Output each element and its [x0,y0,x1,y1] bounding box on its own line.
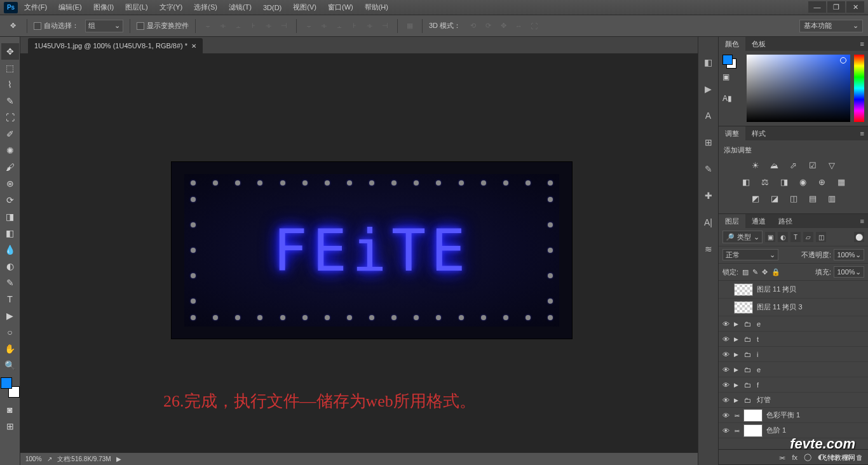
expand-arrow-icon[interactable]: ▶ [734,321,740,327]
pen-tool[interactable]: ✎ [1,274,19,291]
photo-filter-icon[interactable]: ◉ [797,175,810,188]
status-arrow-icon[interactable]: ▶ [116,455,121,462]
threshold-icon[interactable]: ◫ [787,192,800,205]
quick-select-tool[interactable]: ✎ [1,93,19,109]
color-text-mode-icon[interactable]: A▮ [722,94,743,103]
dist-left-icon[interactable]: ⊦ [349,20,360,32]
add-mask-icon[interactable]: ◯ [804,453,811,461]
levels-icon[interactable]: ⛰ [768,159,781,172]
hue-slider[interactable] [854,55,864,122]
panel-menu-icon[interactable]: ≡ [857,40,868,48]
menu-3d[interactable]: 3D(D) [263,4,281,11]
new-layer-icon[interactable]: ⊞ [844,453,850,461]
dist-right-icon[interactable]: ⊣ [379,20,391,32]
layer-row[interactable]: 图层 11 拷贝 3 [719,299,868,316]
adjustments-tab[interactable]: 调整 [719,126,745,140]
shape-tool[interactable]: ○ [1,324,19,340]
panel-menu-icon[interactable]: ≡ [857,217,868,225]
delete-layer-icon[interactable]: 🗑 [856,454,863,461]
expand-arrow-icon[interactable]: ▶ [734,336,740,342]
brightness-icon[interactable]: ☀ [749,159,762,172]
window-close[interactable]: ✕ [846,1,864,13]
color-field[interactable] [747,55,850,122]
align-top-icon[interactable]: ⫟ [202,20,214,32]
dist-top-icon[interactable]: ⫟ [303,20,315,32]
channels-tab[interactable]: 通道 [745,214,772,228]
lasso-tool[interactable]: ⌇ [1,76,19,93]
actions-panel-icon[interactable]: ▶ [702,83,715,95]
layers-tab[interactable]: 图层 [719,214,745,228]
char-styles-icon[interactable]: A| [702,216,715,229]
brush-presets-icon[interactable]: ✚ [702,189,715,202]
brush-tool[interactable]: 🖌 [1,159,19,175]
doc-info[interactable]: 文档:516.8K/9.73M [57,455,111,464]
vibrance-icon[interactable]: ▽ [825,159,838,172]
align-vcenter-icon[interactable]: ⟛ [217,20,229,32]
selective-color-icon[interactable]: ▥ [825,192,838,205]
history-panel-icon[interactable]: ◧ [702,56,715,69]
eyedropper-tool[interactable]: ✐ [1,126,19,142]
lock-transparency-icon[interactable]: ▨ [742,268,749,276]
expand-arrow-icon[interactable]: ▶ [734,351,740,358]
menu-window[interactable]: 窗口(W) [328,3,353,12]
character-panel-icon[interactable]: A [702,109,715,122]
status-expand-icon[interactable]: ↗ [47,455,52,462]
lock-all-icon[interactable]: 🔒 [771,268,780,276]
align-right-icon[interactable]: ⊣ [278,20,290,32]
layer-row[interactable]: 👁▶🗀e [719,362,868,377]
expand-arrow-icon[interactable]: ▶ [734,397,740,403]
layer-filter-kind[interactable]: 🔎 类型 ⌄ [722,231,763,243]
blur-tool[interactable]: 💧 [1,241,19,258]
layer-row[interactable]: 👁▶🗀i [719,347,868,362]
expand-arrow-icon[interactable]: ▶ [734,367,740,373]
color-cube-icon[interactable]: ▣ [722,72,743,81]
visibility-toggle[interactable]: 👁 [721,366,730,374]
layer-row[interactable]: 👁▶🗀e [719,316,868,332]
dist-hcenter-icon[interactable]: ⟛ [364,20,376,32]
layer-row[interactable]: 图层 11 拷贝 [719,281,868,299]
quick-mask-toggle[interactable]: ◙ [1,401,19,418]
gradient-map-icon[interactable]: ▤ [806,192,819,205]
3d-roll-icon[interactable]: ⟳ [482,20,494,32]
visibility-toggle[interactable]: 👁 [721,412,730,419]
align-bottom-icon[interactable]: ⫠ [233,20,244,32]
layer-row[interactable]: 👁⫘色彩平衡 1 [719,408,868,423]
channel-mixer-icon[interactable]: ⊕ [816,175,829,188]
styles-tab[interactable]: 样式 [745,126,772,140]
expand-arrow-icon[interactable]: ▶ [734,382,740,388]
filter-type-icon[interactable]: T [790,232,801,242]
posterize-icon[interactable]: ◪ [768,192,781,205]
color-lookup-icon[interactable]: ▦ [835,175,848,188]
3d-scale-icon[interactable]: ⛶ [528,20,539,32]
visibility-toggle[interactable]: 👁 [721,335,730,343]
paragraph-panel-icon[interactable]: ⊞ [702,136,715,149]
canvas-viewport[interactable]: FEiTE 26.完成，执行文件—储存为web所用格式。 [20,53,698,452]
layer-row[interactable]: 👁▶🗀f [719,377,868,393]
3d-orbit-icon[interactable]: ⟲ [467,20,478,32]
visibility-toggle[interactable]: 👁 [721,351,730,358]
visibility-toggle[interactable]: 👁 [721,320,730,328]
show-transform-checkbox[interactable] [137,22,144,30]
3d-pan-icon[interactable]: ✥ [498,20,509,32]
dist-bottom-icon[interactable]: ⫠ [334,20,345,32]
foreground-color[interactable] [1,377,12,389]
para-styles-icon[interactable]: ≋ [702,243,715,255]
menu-type[interactable]: 文字(Y) [159,3,183,12]
marquee-tool[interactable]: ⬚ [1,60,19,76]
path-select-tool[interactable]: ▶ [1,307,19,324]
auto-align-icon[interactable]: ▦ [404,20,416,32]
lock-pixels-icon[interactable]: ✎ [752,268,758,276]
layer-row[interactable]: 👁▶🗀t [719,332,868,347]
document-tab[interactable]: 1U45UV8-1.jpg @ 100% (1U45UV8-1, RGB/8#)… [28,38,203,53]
menu-file[interactable]: 文件(F) [24,3,47,12]
history-brush-tool[interactable]: ⟳ [1,192,19,208]
move-tool[interactable]: ✥ [1,43,19,60]
visibility-toggle[interactable]: 👁 [721,381,730,389]
filter-adjust-icon[interactable]: ◐ [778,232,788,242]
align-left-icon[interactable]: ⊦ [248,20,259,32]
layer-row[interactable]: 👁▶🗀灯管 [719,393,868,408]
gradient-tool[interactable]: ◧ [1,225,19,241]
filter-shape-icon[interactable]: ▱ [803,232,813,242]
bw-icon[interactable]: ◨ [778,175,790,188]
fill-value[interactable]: 100% ⌄ [834,266,864,278]
